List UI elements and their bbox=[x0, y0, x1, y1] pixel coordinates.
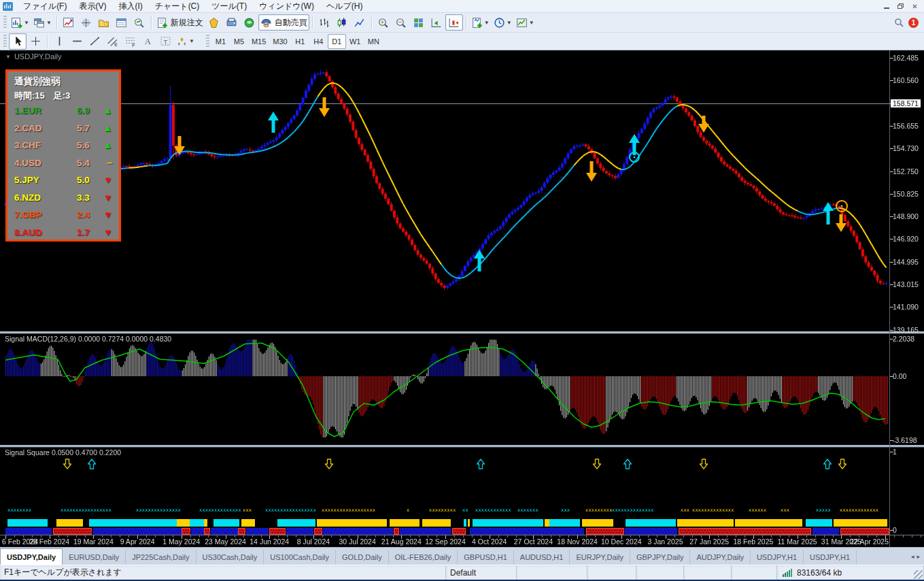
chart-canvas[interactable] bbox=[0, 50, 924, 547]
chart-tab-7[interactable]: GBPUSD,H1 bbox=[458, 550, 514, 565]
status-empty-section bbox=[684, 565, 732, 580]
chart-tab-1[interactable]: EURUSD,Daily bbox=[63, 550, 126, 565]
hline-button[interactable] bbox=[68, 33, 86, 50]
restore-button[interactable] bbox=[894, 1, 907, 12]
chart-shift-button[interactable] bbox=[445, 14, 463, 31]
terminal-button[interactable] bbox=[113, 14, 131, 31]
chart-tab-12[interactable]: USDJPY,H1 bbox=[751, 550, 804, 565]
new-order-button[interactable]: 新規注文 bbox=[154, 14, 205, 31]
dropdown-caret-icon[interactable]: ▼ bbox=[189, 38, 194, 44]
period-button-m15[interactable]: M15 bbox=[248, 34, 269, 49]
period-button-m1[interactable]: M1 bbox=[211, 34, 230, 49]
menu-item-0[interactable]: ファイル(F) bbox=[17, 0, 73, 13]
status-profile[interactable]: Default bbox=[446, 565, 517, 580]
currency-name: 8.AUD bbox=[14, 227, 77, 237]
price-axis-label: 146.920 bbox=[893, 235, 919, 243]
line-chart-button[interactable] bbox=[351, 14, 369, 31]
strength-panel-title: 通貨別強弱 bbox=[14, 76, 112, 88]
dropdown-caret-icon[interactable]: ▼ bbox=[507, 20, 512, 26]
chart-tab-bar: USDJPY,DailyEURUSD,DailyJP225Cash,DailyU… bbox=[0, 547, 924, 565]
period-button-w1[interactable]: W1 bbox=[346, 34, 364, 49]
fibo-button[interactable]: F bbox=[121, 33, 139, 50]
new-order-icon bbox=[156, 17, 168, 29]
menu-item-4[interactable]: ツール(T) bbox=[205, 0, 253, 13]
indicators-button[interactable]: ▼ bbox=[469, 14, 492, 31]
mt4-window: ファイル(F)表示(V)挿入(I)チャート(C)ツール(T)ウィンドウ(W)ヘル… bbox=[0, 0, 924, 581]
text-button[interactable]: A bbox=[139, 33, 156, 50]
chart-tab-11[interactable]: AUDJPY,Daily bbox=[690, 550, 751, 565]
autotrading-button[interactable]: 自動売買 bbox=[258, 14, 309, 31]
experts-icon bbox=[226, 17, 237, 29]
search-icon[interactable] bbox=[893, 17, 904, 28]
candle-chart-button[interactable] bbox=[333, 14, 351, 31]
chart-tab-5[interactable]: GOLD,Daily bbox=[336, 550, 389, 565]
bar-chart-button[interactable] bbox=[315, 14, 333, 31]
menu-item-3[interactable]: チャート(C) bbox=[149, 0, 206, 13]
toolbar-grip[interactable] bbox=[3, 16, 7, 29]
chart-tab-0[interactable]: USDJPY,Daily bbox=[0, 548, 63, 565]
flat-dash-icon: − bbox=[107, 158, 112, 168]
channel-button[interactable]: E bbox=[103, 33, 121, 50]
resize-grip[interactable] bbox=[914, 570, 923, 579]
dropdown-caret-icon[interactable]: ▼ bbox=[529, 20, 534, 26]
candle-chart-icon bbox=[336, 17, 347, 29]
periods-clock-button[interactable]: ▼ bbox=[492, 14, 514, 31]
chart-tab-9[interactable]: EURJPY,Daily bbox=[570, 550, 630, 565]
crosshair-button[interactable] bbox=[27, 33, 44, 50]
period-button-h1[interactable]: H1 bbox=[291, 34, 309, 49]
tab-scroll-right-button[interactable]: ▸ bbox=[917, 553, 920, 560]
chart-tab-13[interactable]: USDJPY,H1 bbox=[804, 550, 857, 565]
profiles-button[interactable]: ▼ bbox=[31, 14, 54, 31]
menu-item-6[interactable]: ヘルプ(H) bbox=[320, 0, 369, 13]
strength-row-gbp: 7.GBP2.4▼ bbox=[14, 206, 112, 224]
close-button[interactable]: ✕ bbox=[908, 1, 921, 12]
metaeditor-button[interactable] bbox=[205, 14, 223, 31]
period-button-mn[interactable]: MN bbox=[364, 34, 383, 49]
toolbar-grip[interactable] bbox=[206, 35, 209, 48]
period-button-m5[interactable]: M5 bbox=[230, 34, 248, 49]
chart-tab-6[interactable]: OIL-FEB26,Daily bbox=[389, 550, 458, 565]
dropdown-caret-icon[interactable]: ▼ bbox=[24, 20, 29, 26]
strategy-tester-button[interactable] bbox=[131, 14, 148, 31]
shapes-button[interactable]: ▼ bbox=[174, 33, 196, 50]
chart-tab-3[interactable]: US30Cash,Daily bbox=[196, 550, 264, 565]
alerts-button[interactable] bbox=[241, 14, 258, 31]
market-watch-button[interactable] bbox=[60, 14, 78, 31]
label-button[interactable]: T bbox=[156, 33, 174, 50]
trendline-button[interactable] bbox=[86, 33, 103, 50]
chart-tab-8[interactable]: AUDUSD,H1 bbox=[514, 550, 570, 565]
chart-tab-4[interactable]: US100Cash,Daily bbox=[264, 550, 336, 565]
window-controls: ✕ bbox=[880, 1, 924, 12]
menu-item-5[interactable]: ウィンドウ(W) bbox=[253, 0, 320, 13]
menu-item-1[interactable]: 表示(V) bbox=[73, 0, 112, 13]
tile-windows-button[interactable] bbox=[410, 14, 428, 31]
new-chart-button[interactable]: ▼ bbox=[9, 14, 31, 31]
experts-button[interactable] bbox=[223, 14, 241, 31]
chart-symbol-label[interactable]: ▼ USDJPY,Daily bbox=[5, 52, 61, 61]
cursor-button[interactable] bbox=[9, 33, 27, 50]
navigator-button[interactable] bbox=[95, 14, 113, 31]
templates-button[interactable]: ▼ bbox=[514, 14, 536, 31]
vline-button[interactable] bbox=[50, 33, 68, 50]
connection-bars-icon bbox=[783, 568, 793, 577]
zoom-out-button[interactable] bbox=[392, 14, 410, 31]
data-window-button[interactable] bbox=[78, 14, 95, 31]
minimize-button[interactable] bbox=[880, 1, 893, 12]
line-chart-icon bbox=[354, 17, 365, 29]
period-button-d1[interactable]: D1 bbox=[328, 34, 346, 49]
notification-badge[interactable]: 1 bbox=[908, 18, 919, 28]
toolbar-grip[interactable] bbox=[3, 35, 7, 48]
dropdown-caret-icon[interactable]: ▼ bbox=[484, 20, 490, 26]
tab-scroll-left-button[interactable]: ◂ bbox=[911, 553, 914, 560]
chart-tab-10[interactable]: GBPJPY,Daily bbox=[630, 550, 691, 565]
period-button-h4[interactable]: H4 bbox=[309, 34, 328, 49]
zoom-in-icon bbox=[377, 17, 389, 29]
menu-item-2[interactable]: 挿入(I) bbox=[112, 0, 148, 13]
period-button-m30[interactable]: M30 bbox=[269, 34, 290, 49]
chart-tab-2[interactable]: JP225Cash,Daily bbox=[126, 550, 196, 565]
price-axis-label: 162.485 bbox=[893, 54, 919, 62]
auto-scroll-button[interactable] bbox=[428, 14, 445, 31]
zoom-in-button[interactable] bbox=[375, 14, 392, 31]
strength-row-eur: 1.EUR6.9▲ bbox=[14, 102, 112, 120]
dropdown-caret-icon[interactable]: ▼ bbox=[46, 20, 52, 26]
